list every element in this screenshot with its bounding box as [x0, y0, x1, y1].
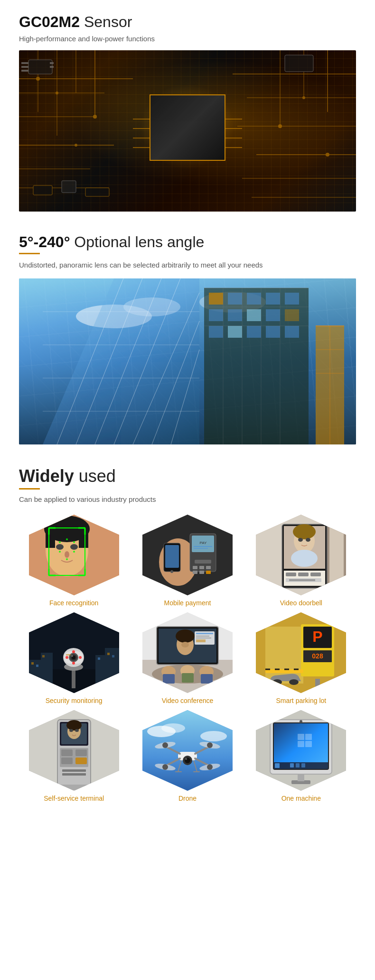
svg-rect-123	[193, 566, 197, 569]
svg-rect-144	[329, 522, 344, 593]
svg-rect-67	[228, 309, 242, 321]
svg-rect-125	[206, 566, 211, 569]
svg-point-191	[181, 642, 189, 647]
svg-rect-162	[42, 655, 45, 657]
svg-rect-178	[66, 654, 71, 656]
svg-rect-34	[62, 181, 76, 193]
hex-security-monitoring-image	[29, 612, 119, 693]
svg-point-252	[207, 742, 213, 748]
svg-rect-32	[285, 55, 313, 72]
svg-rect-64	[266, 293, 280, 305]
svg-rect-229	[61, 749, 73, 756]
svg-rect-194	[196, 636, 209, 637]
svg-rect-160	[31, 662, 34, 665]
page-wrapper: GC02M2 Sensor High-performance and low-p…	[0, 0, 375, 811]
hex-label-mobile-payment: Mobile payment	[164, 599, 211, 607]
hex-mobile-payment-image: PAY	[142, 515, 233, 595]
svg-point-95	[56, 544, 64, 550]
lens-title-bold: 5°-240°	[19, 233, 70, 250]
svg-point-20	[56, 92, 58, 94]
svg-rect-75	[285, 326, 299, 338]
sensor-title-regular: Sensor	[80, 13, 132, 30]
widely-section: Widely used Can be applied to various in…	[0, 453, 375, 811]
hex-self-service-terminal-svg	[29, 710, 119, 791]
svg-rect-273	[298, 741, 304, 747]
svg-point-251	[162, 742, 168, 748]
svg-rect-234	[62, 773, 86, 776]
hex-item-video-doorbell: Video doorbell	[246, 515, 356, 607]
svg-rect-230	[75, 749, 87, 756]
svg-point-108	[73, 541, 75, 543]
svg-rect-195	[196, 638, 211, 638]
svg-rect-69	[266, 309, 280, 321]
hex-label-video-conference: Video conference	[162, 697, 214, 704]
svg-point-23	[278, 124, 282, 128]
svg-point-226	[69, 729, 73, 732]
svg-point-174	[66, 656, 68, 659]
svg-rect-61	[209, 293, 223, 305]
svg-rect-31	[50, 66, 54, 68]
svg-text:PAY: PAY	[200, 541, 207, 545]
sensor-section: GC02M2 Sensor High-performance and low-p…	[0, 0, 375, 220]
svg-rect-128	[206, 571, 211, 574]
svg-point-111	[73, 551, 75, 553]
building-svg	[19, 278, 356, 444]
svg-rect-232	[75, 758, 87, 764]
hex-self-service-terminal-image	[29, 710, 119, 791]
svg-rect-30	[50, 62, 54, 64]
svg-rect-33	[33, 185, 52, 195]
svg-point-190	[176, 629, 195, 643]
svg-rect-279	[275, 763, 280, 768]
hex-one-machine-svg	[256, 710, 346, 791]
svg-rect-276	[290, 763, 294, 767]
svg-rect-70	[285, 309, 299, 321]
hex-drone-image	[142, 710, 233, 791]
svg-rect-147	[298, 573, 309, 576]
svg-point-24	[302, 96, 305, 99]
svg-point-280	[300, 720, 302, 723]
svg-rect-157	[41, 653, 53, 693]
svg-rect-124	[199, 566, 204, 569]
svg-rect-62	[228, 293, 242, 305]
svg-point-240	[161, 723, 185, 733]
svg-rect-74	[266, 326, 280, 338]
hex-video-doorbell-svg	[256, 515, 346, 595]
svg-rect-196	[196, 639, 206, 642]
svg-rect-72	[228, 326, 242, 338]
svg-point-110	[59, 551, 61, 553]
svg-point-109	[66, 538, 68, 540]
hex-smart-parking-svg: P 028	[256, 612, 346, 693]
svg-point-217	[289, 679, 299, 685]
svg-rect-163	[98, 657, 100, 660]
hex-video-conference-svg	[142, 612, 233, 693]
svg-rect-119	[195, 560, 211, 564]
svg-rect-238	[142, 710, 233, 791]
sensor-title-bold: GC02M2	[19, 13, 80, 30]
svg-point-25	[326, 153, 329, 157]
svg-rect-35	[85, 188, 109, 196]
svg-rect-201	[182, 673, 194, 683]
hex-item-mobile-payment: PAY	[132, 515, 242, 607]
svg-rect-71	[209, 326, 223, 338]
svg-point-227	[75, 729, 79, 732]
lens-title: 5°-240° Optional lens angle	[19, 233, 356, 251]
svg-point-96	[70, 544, 78, 550]
svg-rect-212	[315, 679, 320, 693]
svg-text:028: 028	[312, 652, 324, 660]
svg-rect-150	[289, 579, 315, 581]
svg-point-139	[293, 524, 316, 539]
lens-image	[19, 278, 356, 444]
svg-point-19	[36, 77, 40, 81]
svg-rect-193	[196, 633, 213, 634]
lens-title-regular: Optional lens angle	[70, 233, 204, 250]
svg-rect-93	[46, 529, 55, 548]
svg-point-176	[72, 650, 75, 653]
svg-rect-213	[308, 691, 327, 693]
hex-face-recognition-svg	[29, 515, 119, 595]
hex-item-smart-parking: P 028	[246, 612, 356, 704]
svg-point-216	[272, 679, 282, 685]
svg-rect-66	[209, 309, 223, 321]
hex-label-self-service-terminal: Self-service terminal	[44, 795, 104, 802]
widely-title: Widely used	[19, 466, 356, 486]
hex-label-drone: Drone	[178, 795, 197, 802]
